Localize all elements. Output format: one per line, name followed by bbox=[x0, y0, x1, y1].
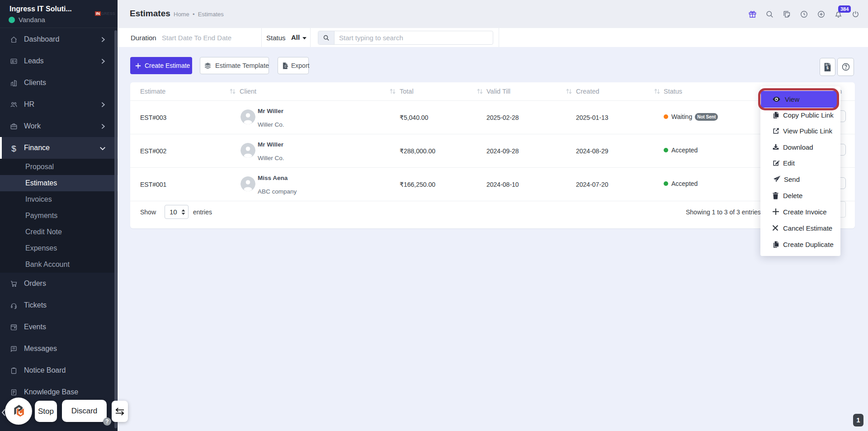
svg-text:$: $ bbox=[826, 66, 829, 70]
